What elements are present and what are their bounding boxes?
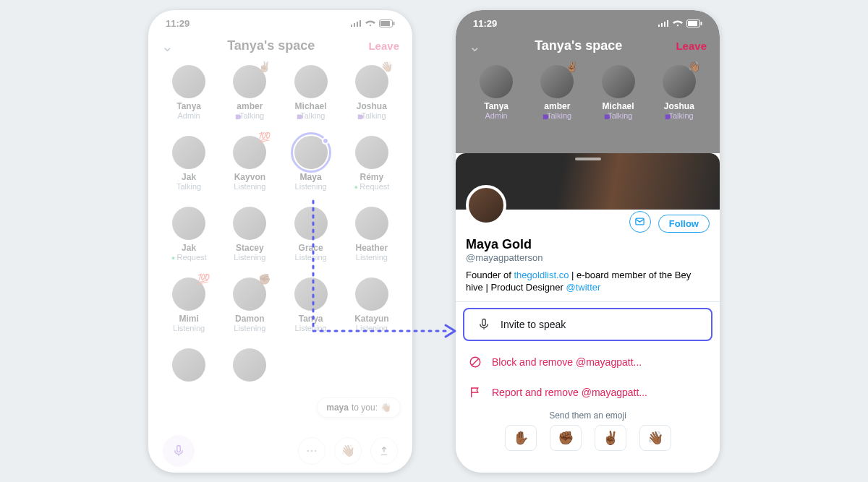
participant-avatar[interactable] <box>172 348 205 382</box>
participant-name: Heather <box>356 243 388 253</box>
svg-rect-8 <box>482 319 486 325</box>
emoji-button[interactable]: ✋🏾 <box>505 425 537 451</box>
emoji-button[interactable]: ✊🏾 <box>550 425 582 451</box>
participant-avatar[interactable] <box>294 207 328 240</box>
participant-name: Michael <box>295 101 327 111</box>
bio-mention[interactable]: @twitter <box>566 282 601 293</box>
participant-avatar[interactable]: ✊🏾 <box>233 277 266 311</box>
participant[interactable]: ✌🏽amberTalking <box>527 65 587 120</box>
participant-status: Talking <box>604 111 633 120</box>
report-remove-button[interactable]: Report and remove @mayagpatt... <box>456 377 720 408</box>
participant-name: Kayvon <box>234 172 265 182</box>
participant-status: Talking <box>665 111 694 120</box>
participant-name: Tanya <box>484 101 509 111</box>
wave-button[interactable]: 👋🏽 <box>334 437 362 465</box>
participant-status: Talking <box>176 182 201 191</box>
participant-name: Katayun <box>354 314 388 324</box>
participant-avatar[interactable] <box>172 136 205 169</box>
participant-avatar[interactable] <box>355 277 388 311</box>
participant-name: Joshua <box>357 101 387 111</box>
participant[interactable]: StaceyListening <box>219 207 280 262</box>
sheet-handle[interactable] <box>575 158 601 160</box>
reaction-badge: 💯 <box>258 132 271 143</box>
participant-avatar[interactable] <box>294 65 328 98</box>
participant-status: Listening <box>234 324 265 332</box>
reaction-badge: ✌🏽 <box>566 61 578 72</box>
invite-to-speak-button[interactable]: Invite to speak <box>463 308 712 341</box>
participant[interactable]: KatayunListening <box>341 277 402 332</box>
leave-button[interactable]: Leave <box>676 40 707 52</box>
status-bar: 11:29 <box>456 16 720 32</box>
participant[interactable]: JakTalking <box>158 136 219 191</box>
clock: 11:29 <box>166 18 190 29</box>
participant-status: Admin <box>485 111 508 120</box>
participant-avatar[interactable] <box>355 136 388 169</box>
reaction-badge: ✌🏽 <box>258 61 271 72</box>
participant-avatar[interactable] <box>294 277 328 311</box>
participant-name: Michael <box>603 101 634 111</box>
flag-icon <box>469 386 482 399</box>
participant[interactable] <box>158 348 219 382</box>
participant-avatar[interactable]: 💯 <box>172 277 205 311</box>
participant-status: Listening <box>356 324 388 332</box>
participant[interactable]: TanyaAdmin <box>158 65 219 120</box>
participant[interactable]: RémyRequest <box>341 136 402 191</box>
participant-avatar[interactable] <box>480 65 513 98</box>
participant-avatar[interactable] <box>233 207 266 240</box>
participant[interactable]: MichaelTalking <box>588 65 649 120</box>
participant[interactable]: GraceListening <box>281 207 341 262</box>
profile-sheet: Follow Maya Gold @mayagpatterson Founder… <box>456 153 720 473</box>
participant-name: Joshua <box>664 101 694 111</box>
participant-avatar[interactable] <box>355 207 388 240</box>
participant-avatar[interactable]: ✌🏽 <box>233 65 266 98</box>
block-remove-button[interactable]: Block and remove @mayagpatt... <box>456 347 720 377</box>
mic-button[interactable] <box>163 435 195 467</box>
participant[interactable]: JakRequest <box>158 207 219 262</box>
participant-avatar[interactable] <box>172 207 205 240</box>
participant-status: Listening <box>173 324 205 332</box>
participant[interactable]: 💯KayvonListening <box>219 136 280 191</box>
participant-avatar[interactable]: 👋🏽 <box>355 65 388 98</box>
participant-name: Stacey <box>236 243 264 253</box>
svg-rect-1 <box>380 21 390 26</box>
reaction-badge: ✊🏾 <box>258 273 271 285</box>
leave-button[interactable]: Leave <box>368 40 399 52</box>
emoji-button[interactable]: ✌🏾 <box>595 425 626 451</box>
status-bar: 11:29 <box>148 16 412 32</box>
participant-avatar[interactable] <box>233 348 266 382</box>
participant-avatar[interactable] <box>172 65 205 98</box>
bio-link[interactable]: thegoldlist.co <box>514 270 569 280</box>
participant-avatar[interactable]: 💯 <box>233 136 266 169</box>
message-button[interactable] <box>629 211 651 233</box>
emoji-button[interactable]: 👋🏾 <box>639 425 671 451</box>
participant[interactable]: TanyaListening <box>281 277 341 332</box>
participant[interactable]: 💯MimiListening <box>158 277 219 332</box>
status-icons <box>658 20 702 27</box>
chevron-down-icon[interactable]: ⌄ <box>161 38 174 55</box>
participant-status: Talking <box>297 111 326 120</box>
more-button[interactable]: ⋯ <box>298 437 326 465</box>
participant[interactable]: 👋🏽JoshuaTalking <box>649 65 710 120</box>
participant-name: Mimi <box>179 314 198 324</box>
participant[interactable]: ✊🏾DamonListening <box>219 277 280 332</box>
share-button[interactable] <box>370 437 398 465</box>
participant[interactable]: HeatherListening <box>341 207 402 262</box>
profile-avatar[interactable] <box>466 185 506 225</box>
participants-grid: TanyaAdmin✌🏽amberTalkingMichaelTalking👋🏽… <box>456 65 720 120</box>
participant[interactable] <box>219 348 280 382</box>
reaction-toast: maya to you: 👋🏽 <box>317 397 401 418</box>
follow-button[interactable]: Follow <box>658 215 710 233</box>
participant[interactable]: MayaListening <box>281 136 341 191</box>
participant[interactable]: ✌🏽amberTalking <box>219 65 280 120</box>
participants-grid: TanyaAdmin✌🏽amberTalkingMichaelTalking👋🏽… <box>148 65 412 382</box>
participant[interactable]: MichaelTalking <box>281 65 341 120</box>
participant-avatar[interactable]: 👋🏽 <box>663 65 696 98</box>
participant-avatar[interactable] <box>294 136 328 169</box>
svg-rect-6 <box>701 22 702 25</box>
participant[interactable]: 👋🏽JoshuaTalking <box>341 65 402 120</box>
participant-avatar[interactable] <box>602 65 635 98</box>
bottom-bar: ⋯ 👋🏽 <box>148 429 412 473</box>
chevron-down-icon[interactable]: ⌄ <box>469 38 481 55</box>
participant-avatar[interactable]: ✌🏽 <box>540 65 574 98</box>
participant[interactable]: TanyaAdmin <box>466 65 527 120</box>
